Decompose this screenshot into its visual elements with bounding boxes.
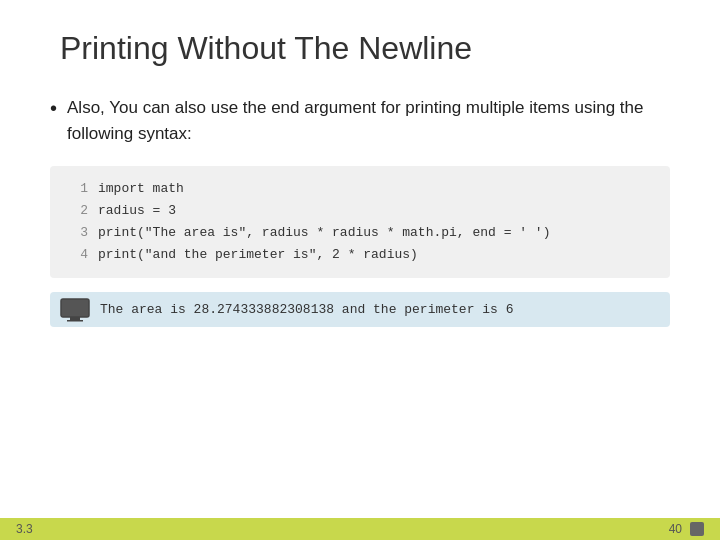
output-block: The area is 28.274333882308138 and the p… bbox=[50, 292, 670, 327]
monitor-icon bbox=[60, 298, 90, 322]
line-num-3: 3 bbox=[66, 222, 88, 244]
line-num-1: 1 bbox=[66, 178, 88, 200]
slide-title: Printing Without The Newline bbox=[60, 30, 670, 67]
code-text-2: radius = 3 bbox=[98, 200, 176, 222]
bullet-text: Also, You can also use the end argument … bbox=[67, 95, 670, 146]
svg-rect-2 bbox=[67, 320, 83, 322]
code-line-1: 1 import math bbox=[66, 178, 654, 200]
svg-rect-1 bbox=[70, 317, 80, 320]
bottom-bar: 3.3 40 bbox=[0, 518, 720, 540]
footer-icon bbox=[690, 522, 704, 536]
code-text-1: import math bbox=[98, 178, 184, 200]
code-line-3: 3 print("The area is", radius * radius *… bbox=[66, 222, 654, 244]
code-text-3: print("The area is", radius * radius * m… bbox=[98, 222, 550, 244]
page-number: 40 bbox=[669, 522, 682, 536]
footer-section: 3.3 bbox=[16, 522, 33, 536]
bullet-dot: • bbox=[50, 93, 57, 123]
code-line-2: 2 radius = 3 bbox=[66, 200, 654, 222]
code-text-4: print("and the perimeter is", 2 * radius… bbox=[98, 244, 418, 266]
footer-right: 40 bbox=[669, 522, 704, 536]
code-block: 1 import math 2 radius = 3 3 print("The … bbox=[50, 166, 670, 278]
svg-rect-0 bbox=[61, 299, 89, 317]
output-text: The area is 28.274333882308138 and the p… bbox=[100, 302, 513, 317]
bullet-point: • Also, You can also use the end argumen… bbox=[50, 95, 670, 146]
code-line-4: 4 print("and the perimeter is", 2 * radi… bbox=[66, 244, 654, 266]
line-num-2: 2 bbox=[66, 200, 88, 222]
bullet-section: • Also, You can also use the end argumen… bbox=[50, 95, 670, 146]
slide: Printing Without The Newline • Also, You… bbox=[0, 0, 720, 540]
line-num-4: 4 bbox=[66, 244, 88, 266]
